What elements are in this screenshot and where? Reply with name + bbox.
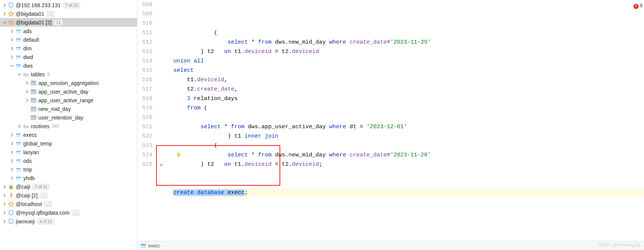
tree-node[interactable]: @caiji7 of 11 <box>0 182 137 191</box>
expand-arrow-icon[interactable] <box>2 2 8 8</box>
code-line[interactable]: ) t1 inner join <box>172 132 644 141</box>
tree-node[interactable]: new_mid_day <box>0 105 137 113</box>
table-icon <box>30 115 37 121</box>
expand-arrow-icon[interactable] <box>24 80 30 86</box>
node-badge: 4 of 13 <box>37 218 55 224</box>
tree-node[interactable]: @caiji [2]... <box>0 191 137 200</box>
code-line[interactable] <box>172 113 644 122</box>
line-number: 512 <box>137 38 152 47</box>
expand-arrow-icon[interactable] <box>2 201 8 207</box>
tree-label: dwd <box>23 54 33 60</box>
tree-label: ods <box>23 158 32 164</box>
expand-arrow-icon[interactable] <box>9 149 15 155</box>
code-line[interactable]: select <box>172 66 644 75</box>
expand-arrow-icon[interactable] <box>9 175 15 181</box>
expand-arrow-icon[interactable] <box>2 218 8 224</box>
collapse-arrow-icon[interactable] <box>17 71 23 77</box>
tree-node[interactable]: @mysql.qfbigdata.com... <box>0 208 137 217</box>
error-indicator[interactable]: ! 9 <box>633 2 642 11</box>
code-line[interactable] <box>172 179 644 188</box>
tree-node[interactable]: app_user_active_range <box>0 96 137 105</box>
tree-node[interactable]: app_user_active_day <box>0 87 137 96</box>
tree-node[interactable]: @localhost... <box>0 200 137 208</box>
code-line[interactable]: t1.deviceid, <box>172 75 644 85</box>
tree-node[interactable]: user_retention_day <box>0 113 137 122</box>
code-line[interactable] <box>172 169 644 179</box>
expand-arrow-icon[interactable] <box>24 97 30 103</box>
tree-node[interactable]: routines347 <box>0 122 137 130</box>
expand-arrow-icon[interactable] <box>24 89 30 95</box>
tree-node[interactable]: dim <box>0 44 137 53</box>
code-line[interactable]: create database execc; <box>172 188 644 197</box>
expand-arrow-icon[interactable] <box>9 158 15 164</box>
tree-node[interactable]: app_session_aggregation <box>0 79 137 87</box>
tree-node[interactable]: tables5 <box>0 70 137 79</box>
ds-star-icon <box>8 11 14 17</box>
tree-node[interactable]: @192.168.233.1317 of 12 <box>0 1 137 9</box>
code-area[interactable]: ( select * from dws.new_mid_day where cr… <box>172 0 644 241</box>
expand-arrow-icon[interactable] <box>9 45 15 52</box>
expand-arrow-icon[interactable] <box>9 141 15 147</box>
code-line[interactable]: ) t2 on t1.deviceid = t2.deviceid <box>172 47 644 56</box>
intention-bulb-icon[interactable] <box>176 152 182 161</box>
expand-arrow-icon[interactable] <box>17 123 23 129</box>
code-line[interactable]: union all <box>172 56 644 66</box>
code-line[interactable]: 3 relation_days <box>172 94 644 103</box>
expand-arrow-icon[interactable] <box>9 37 15 43</box>
error-count: 9 <box>640 2 642 11</box>
tree-node[interactable]: tmp <box>0 165 137 174</box>
expand-arrow-icon[interactable] <box>9 54 15 60</box>
sql-editor[interactable]: 5085095105115125135145155165175185195205… <box>137 0 644 241</box>
tree-node[interactable]: laoyan <box>0 148 137 156</box>
tree-label: dim <box>23 45 32 52</box>
expand-arrow-icon[interactable] <box>2 192 8 198</box>
tree-label: @bigdata01 [2] <box>16 20 52 26</box>
code-line[interactable]: ( <box>172 28 644 38</box>
node-badge: 7 of 12 <box>63 2 80 8</box>
code-line[interactable]: select * from dws.new_mid_day where crea… <box>172 150 644 160</box>
tree-node[interactable]: ods <box>0 156 137 165</box>
code-line[interactable]: ( <box>172 141 644 150</box>
expand-arrow-icon[interactable] <box>2 184 8 190</box>
editor-pane: 5085095105115125135145155165175185195205… <box>137 0 644 250</box>
tree-label: execc <box>23 132 37 138</box>
line-number: 521 <box>137 122 152 132</box>
tree-node[interactable]: dws <box>0 61 137 70</box>
expand-arrow-icon[interactable] <box>9 167 15 173</box>
tree-node[interactable]: @bigdata01... <box>0 9 137 18</box>
line-number-gutter: 5085095105115125135145155165175185195205… <box>137 0 156 241</box>
tree-node[interactable]: yhdb <box>0 174 137 182</box>
tree-node[interactable]: execc <box>0 130 137 139</box>
tree-node[interactable]: jiaoxueji4 of 13 <box>0 217 137 226</box>
tree-node[interactable]: dwd <box>0 53 137 61</box>
line-number: 515 <box>137 66 152 75</box>
database-explorer[interactable]: @192.168.233.1317 of 12@bigdata01...@big… <box>0 0 137 250</box>
tree-node[interactable]: default <box>0 35 137 44</box>
tree-node[interactable]: global_temp <box>0 139 137 148</box>
tree-label: routines <box>31 123 50 129</box>
code-line[interactable]: from ( <box>172 103 644 113</box>
code-line[interactable]: t2.create_date, <box>172 85 644 94</box>
schema-icon <box>15 149 22 155</box>
node-count: 347 <box>52 124 59 129</box>
schema-icon <box>15 132 22 138</box>
code-line[interactable]: select * from dws.new_mid_day where crea… <box>172 38 644 47</box>
line-number: 525 <box>137 160 152 169</box>
expand-arrow-icon[interactable] <box>9 28 15 34</box>
tree-label: new_mid_day <box>38 106 71 112</box>
collapse-arrow-icon[interactable] <box>2 20 8 26</box>
expand-arrow-icon[interactable] <box>2 210 8 216</box>
tree-label: tmp <box>23 167 32 173</box>
code-line[interactable]: ) t2 on t1.deviceid = t2.deviceid; <box>172 160 644 169</box>
expand-arrow-icon[interactable] <box>9 132 15 138</box>
collapse-arrow-icon[interactable] <box>9 63 15 69</box>
tree-node[interactable]: ads <box>0 27 137 35</box>
schema-icon <box>15 141 22 147</box>
node-badge: 7 of 11 <box>32 184 50 190</box>
expand-arrow-icon[interactable] <box>2 11 8 17</box>
line-number: 523 <box>137 141 152 150</box>
tree-node[interactable]: @bigdata01 [2]11 <box>0 18 137 27</box>
schema-icon <box>15 37 22 43</box>
code-line[interactable]: select * from dws.app_user_active_day wh… <box>172 122 644 132</box>
breadcrumb-text[interactable]: execc <box>148 243 160 248</box>
